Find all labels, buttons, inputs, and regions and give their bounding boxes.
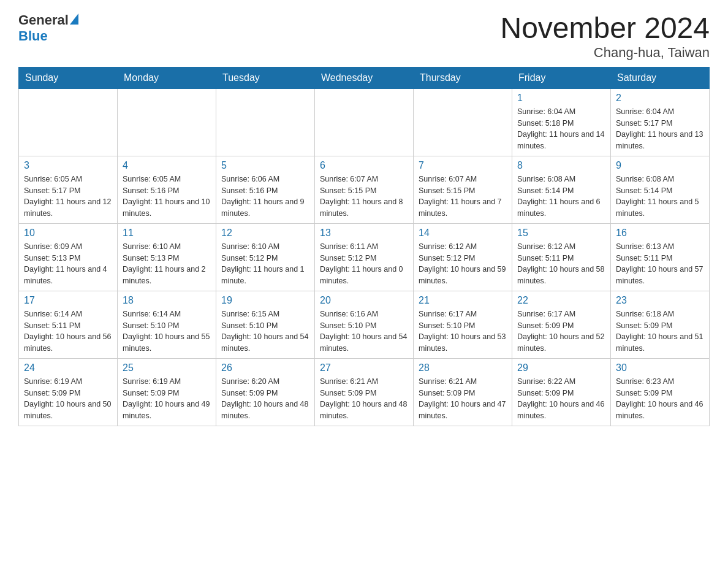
day-number: 6 <box>320 160 408 171</box>
day-info: Sunrise: 6:17 AMSunset: 5:09 PMDaylight:… <box>517 308 605 354</box>
weekday-header-sunday: Sunday <box>19 67 118 88</box>
calendar-cell: 6Sunrise: 6:07 AMSunset: 5:15 PMDaylight… <box>315 156 414 223</box>
weekday-header-thursday: Thursday <box>414 67 512 88</box>
calendar-cell: 20Sunrise: 6:16 AMSunset: 5:10 PMDayligh… <box>315 291 414 358</box>
calendar-cell: 13Sunrise: 6:11 AMSunset: 5:12 PMDayligh… <box>315 223 414 291</box>
calendar-cell: 12Sunrise: 6:10 AMSunset: 5:12 PMDayligh… <box>216 223 315 291</box>
day-number: 20 <box>320 295 408 306</box>
day-info: Sunrise: 6:04 AMSunset: 5:17 PMDaylight:… <box>616 106 704 152</box>
calendar-cell: 28Sunrise: 6:21 AMSunset: 5:09 PMDayligh… <box>414 358 512 426</box>
logo: General Blue <box>18 12 78 44</box>
calendar-title-block: November 2024 Chang-hua, Taiwan <box>500 12 710 61</box>
day-number: 17 <box>24 295 112 306</box>
day-number: 14 <box>419 228 507 239</box>
calendar-cell: 8Sunrise: 6:08 AMSunset: 5:14 PMDaylight… <box>512 156 611 223</box>
calendar-table: SundayMondayTuesdayWednesdayThursdayFrid… <box>18 67 710 426</box>
day-number: 23 <box>616 295 704 306</box>
day-number: 21 <box>419 295 507 306</box>
calendar-cell: 22Sunrise: 6:17 AMSunset: 5:09 PMDayligh… <box>512 291 611 358</box>
day-number: 2 <box>616 93 704 104</box>
day-info: Sunrise: 6:19 AMSunset: 5:09 PMDaylight:… <box>123 376 211 422</box>
weekday-header-saturday: Saturday <box>611 67 710 88</box>
day-info: Sunrise: 6:11 AMSunset: 5:12 PMDaylight:… <box>320 241 408 287</box>
calendar-week-row: 17Sunrise: 6:14 AMSunset: 5:11 PMDayligh… <box>19 291 710 358</box>
weekday-header-monday: Monday <box>118 67 216 88</box>
day-info: Sunrise: 6:12 AMSunset: 5:12 PMDaylight:… <box>419 241 507 287</box>
day-number: 25 <box>123 362 211 373</box>
day-number: 26 <box>221 362 309 373</box>
day-info: Sunrise: 6:18 AMSunset: 5:09 PMDaylight:… <box>616 308 704 354</box>
day-info: Sunrise: 6:10 AMSunset: 5:13 PMDaylight:… <box>123 241 211 287</box>
calendar-cell <box>315 88 414 156</box>
calendar-week-row: 3Sunrise: 6:05 AMSunset: 5:17 PMDaylight… <box>19 156 710 223</box>
weekday-header-friday: Friday <box>512 67 611 88</box>
calendar-cell: 15Sunrise: 6:12 AMSunset: 5:11 PMDayligh… <box>512 223 611 291</box>
day-info: Sunrise: 6:07 AMSunset: 5:15 PMDaylight:… <box>320 174 408 220</box>
calendar-cell <box>118 88 216 156</box>
calendar-cell: 30Sunrise: 6:23 AMSunset: 5:09 PMDayligh… <box>611 358 710 426</box>
calendar-cell: 23Sunrise: 6:18 AMSunset: 5:09 PMDayligh… <box>611 291 710 358</box>
day-number: 28 <box>419 362 507 373</box>
day-number: 29 <box>517 362 605 373</box>
day-number: 18 <box>123 295 211 306</box>
calendar-cell: 10Sunrise: 6:09 AMSunset: 5:13 PMDayligh… <box>19 223 118 291</box>
calendar-cell: 19Sunrise: 6:15 AMSunset: 5:10 PMDayligh… <box>216 291 315 358</box>
calendar-title: November 2024 <box>500 12 710 45</box>
day-number: 15 <box>517 228 605 239</box>
calendar-cell: 14Sunrise: 6:12 AMSunset: 5:12 PMDayligh… <box>414 223 512 291</box>
calendar-cell: 4Sunrise: 6:05 AMSunset: 5:16 PMDaylight… <box>118 156 216 223</box>
day-number: 4 <box>123 160 211 171</box>
day-number: 27 <box>320 362 408 373</box>
calendar-cell: 26Sunrise: 6:20 AMSunset: 5:09 PMDayligh… <box>216 358 315 426</box>
day-number: 12 <box>221 228 309 239</box>
calendar-cell: 25Sunrise: 6:19 AMSunset: 5:09 PMDayligh… <box>118 358 216 426</box>
calendar-cell: 16Sunrise: 6:13 AMSunset: 5:11 PMDayligh… <box>611 223 710 291</box>
day-info: Sunrise: 6:21 AMSunset: 5:09 PMDaylight:… <box>320 376 408 422</box>
day-number: 10 <box>24 228 112 239</box>
calendar-cell: 1Sunrise: 6:04 AMSunset: 5:18 PMDaylight… <box>512 88 611 156</box>
day-info: Sunrise: 6:12 AMSunset: 5:11 PMDaylight:… <box>517 241 605 287</box>
day-info: Sunrise: 6:21 AMSunset: 5:09 PMDaylight:… <box>419 376 507 422</box>
calendar-cell: 9Sunrise: 6:08 AMSunset: 5:14 PMDaylight… <box>611 156 710 223</box>
calendar-cell: 29Sunrise: 6:22 AMSunset: 5:09 PMDayligh… <box>512 358 611 426</box>
day-number: 9 <box>616 160 704 171</box>
calendar-cell: 21Sunrise: 6:17 AMSunset: 5:10 PMDayligh… <box>414 291 512 358</box>
day-info: Sunrise: 6:05 AMSunset: 5:16 PMDaylight:… <box>123 174 211 220</box>
calendar-cell <box>19 88 118 156</box>
calendar-week-row: 1Sunrise: 6:04 AMSunset: 5:18 PMDaylight… <box>19 88 710 156</box>
calendar-week-row: 10Sunrise: 6:09 AMSunset: 5:13 PMDayligh… <box>19 223 710 291</box>
day-number: 11 <box>123 228 211 239</box>
day-number: 22 <box>517 295 605 306</box>
logo-triangle-icon <box>70 13 78 25</box>
weekday-header-row: SundayMondayTuesdayWednesdayThursdayFrid… <box>19 67 710 88</box>
calendar-cell <box>414 88 512 156</box>
day-number: 24 <box>24 362 112 373</box>
day-number: 7 <box>419 160 507 171</box>
calendar-body: 1Sunrise: 6:04 AMSunset: 5:18 PMDaylight… <box>19 88 710 426</box>
calendar-header: SundayMondayTuesdayWednesdayThursdayFrid… <box>19 67 710 88</box>
day-number: 5 <box>221 160 309 171</box>
day-info: Sunrise: 6:13 AMSunset: 5:11 PMDaylight:… <box>616 241 704 287</box>
calendar-cell: 11Sunrise: 6:10 AMSunset: 5:13 PMDayligh… <box>118 223 216 291</box>
day-info: Sunrise: 6:09 AMSunset: 5:13 PMDaylight:… <box>24 241 112 287</box>
calendar-cell: 2Sunrise: 6:04 AMSunset: 5:17 PMDaylight… <box>611 88 710 156</box>
calendar-cell: 18Sunrise: 6:14 AMSunset: 5:10 PMDayligh… <box>118 291 216 358</box>
day-number: 16 <box>616 228 704 239</box>
logo-blue-text: Blue <box>18 28 48 44</box>
calendar-week-row: 24Sunrise: 6:19 AMSunset: 5:09 PMDayligh… <box>19 358 710 426</box>
day-number: 13 <box>320 228 408 239</box>
day-info: Sunrise: 6:23 AMSunset: 5:09 PMDaylight:… <box>616 376 704 422</box>
day-info: Sunrise: 6:07 AMSunset: 5:15 PMDaylight:… <box>419 174 507 220</box>
day-info: Sunrise: 6:04 AMSunset: 5:18 PMDaylight:… <box>517 106 605 152</box>
calendar-cell: 5Sunrise: 6:06 AMSunset: 5:16 PMDaylight… <box>216 156 315 223</box>
day-info: Sunrise: 6:08 AMSunset: 5:14 PMDaylight:… <box>517 174 605 220</box>
day-number: 8 <box>517 160 605 171</box>
day-info: Sunrise: 6:06 AMSunset: 5:16 PMDaylight:… <box>221 174 309 220</box>
weekday-header-wednesday: Wednesday <box>315 67 414 88</box>
calendar-cell: 17Sunrise: 6:14 AMSunset: 5:11 PMDayligh… <box>19 291 118 358</box>
calendar-cell <box>216 88 315 156</box>
day-number: 19 <box>221 295 309 306</box>
weekday-header-tuesday: Tuesday <box>216 67 315 88</box>
day-info: Sunrise: 6:16 AMSunset: 5:10 PMDaylight:… <box>320 308 408 354</box>
day-info: Sunrise: 6:14 AMSunset: 5:10 PMDaylight:… <box>123 308 211 354</box>
